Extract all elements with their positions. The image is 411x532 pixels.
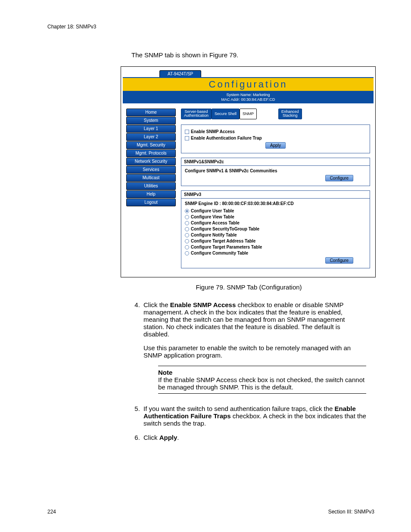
panel-header: SNMPv3 (181, 191, 370, 199)
tab-label: Authentication (184, 114, 209, 118)
figure-caption: Figure 79. SNMP Tab (Configuration) (131, 283, 366, 291)
radio-user-table[interactable] (185, 209, 189, 213)
page-number: 224 (47, 509, 56, 515)
step-4: Click the Enable SNMP Access checkbox to… (142, 301, 366, 394)
checkbox-label: Enable Authentication Failure Trap (191, 136, 262, 140)
tab-enhanced-stacking[interactable]: Enhanced Stacking (278, 109, 302, 120)
radio-label: Configure Target Parameters Table (191, 245, 262, 249)
system-info-bar: System Name: Marketing MAC Addr: 00:30:8… (123, 92, 374, 103)
sidebar-item-utilities[interactable]: Utilities (126, 182, 176, 190)
note-body: If the Enable SNMP Access check box is n… (158, 376, 366, 391)
sidebar-nav: Home System Layer 1 Layer 2 Mgmt. Securi… (126, 109, 176, 207)
step-text: . (177, 434, 179, 441)
radio-label: Configure Community Table (191, 251, 248, 255)
step-6: Click Apply. (142, 434, 366, 441)
configure-button[interactable]: Configure (325, 175, 353, 181)
panel-snmpv1v2: SNMPv1&SNMPv2c Configure SNMPv1 & SNMPv2… (181, 158, 370, 186)
sidebar-item-multicast[interactable]: Multicast (126, 174, 176, 182)
radio-access-table[interactable] (185, 221, 189, 225)
engine-id-label: SNMP Engine ID : (185, 201, 221, 206)
step-text: Click the (143, 301, 170, 308)
config-tab-row: Server-based Authentication Secure Shell… (181, 109, 370, 120)
intro-text: The SNMP tab is shown in Figure 79. (131, 51, 366, 59)
step-list: Click the Enable SNMP Access checkbox to… (131, 301, 366, 441)
system-name-line: System Name: Marketing (123, 93, 374, 97)
tab-label: SNMP (243, 112, 254, 116)
sidebar-item-system[interactable]: System (126, 117, 176, 124)
panel-desc: Configure SNMPv1 & SNMPv2c Communities (185, 168, 366, 173)
panel-header: SNMPv1&SNMPv2c (181, 158, 370, 166)
mac-addr-line: MAC Addr: 00:30:84:AB:EF:CD (123, 97, 374, 102)
radio-community-table[interactable] (185, 251, 189, 255)
sidebar-item-layer2[interactable]: Layer 2 (126, 133, 176, 141)
section-label: Section III: SNMPv3 (328, 509, 374, 515)
step-bold: Apply (159, 434, 177, 441)
step-paragraph: Use this parameter to enable the switch … (143, 344, 366, 359)
step-5: If you want the switch to send authentic… (142, 405, 366, 427)
sidebar-item-layer1[interactable]: Layer 1 (126, 125, 176, 133)
radio-securitytogroup-table[interactable] (185, 227, 189, 231)
sidebar-item-home[interactable]: Home (126, 109, 176, 116)
apply-button[interactable]: Apply (265, 142, 286, 149)
sidebar-item-logout[interactable]: Logout (126, 199, 176, 206)
radio-label: Configure Access Table (191, 221, 240, 225)
radio-label: Configure SecurityToGroup Table (191, 227, 259, 231)
tab-label: Stacking (281, 114, 299, 118)
radio-label: Configure View Table (191, 215, 234, 219)
tab-snmp[interactable]: SNMP (240, 109, 257, 120)
step-text: Click (143, 434, 159, 441)
step-bold: Enable SNMP Access (170, 301, 236, 308)
panel-snmp-access: Enable SNMP Access Enable Authentication… (181, 124, 370, 153)
radio-notify-table[interactable] (185, 233, 189, 237)
checkbox-enable-auth-failure-trap[interactable] (185, 136, 189, 140)
checkbox-label: Enable SNMP Access (191, 129, 235, 134)
configure-button[interactable]: Configure (325, 257, 353, 264)
device-model-tab: AT-9424T/SP (159, 70, 201, 77)
tab-label: Secure Shell (215, 112, 237, 116)
radio-label: Configure User Table (191, 208, 234, 213)
radio-target-address-table[interactable] (185, 239, 189, 243)
radio-target-parameters-table[interactable] (185, 245, 189, 249)
sidebar-item-help[interactable]: Help (126, 190, 176, 198)
page-title-bar: Configuration (123, 77, 374, 92)
engine-id-value: 80:00:00:CF:03:00:30:84:AB:EF:CD (222, 201, 294, 206)
chapter-header: Chapter 18: SNMPv3 (47, 24, 374, 30)
tab-server-auth[interactable]: Server-based Authentication (181, 109, 212, 120)
tab-secure-shell[interactable]: Secure Shell (212, 109, 240, 120)
radio-view-table[interactable] (185, 215, 189, 219)
sidebar-item-mgmt-protocols[interactable]: Mgmt. Protocols (126, 149, 176, 157)
figure-screenshot: AT-9424T/SP Configuration System Name: M… (121, 66, 376, 277)
step-text: If you want the switch to send authentic… (143, 405, 335, 412)
radio-label: Configure Notify Table (191, 233, 237, 237)
panel-snmpv3: SNMPv3 SNMP Engine ID : 80:00:00:CF:03:0… (181, 190, 370, 268)
checkbox-enable-snmp-access[interactable] (185, 130, 189, 134)
sidebar-item-mgmt-security[interactable]: Mgmt. Security (126, 141, 176, 149)
sidebar-item-services[interactable]: Services (126, 166, 176, 174)
sidebar-item-network-security[interactable]: Network Security (126, 158, 176, 165)
note-heading: Note (158, 369, 366, 376)
radio-label: Configure Target Address Table (191, 239, 255, 243)
note-block: Note If the Enable SNMP Access check box… (158, 366, 366, 394)
